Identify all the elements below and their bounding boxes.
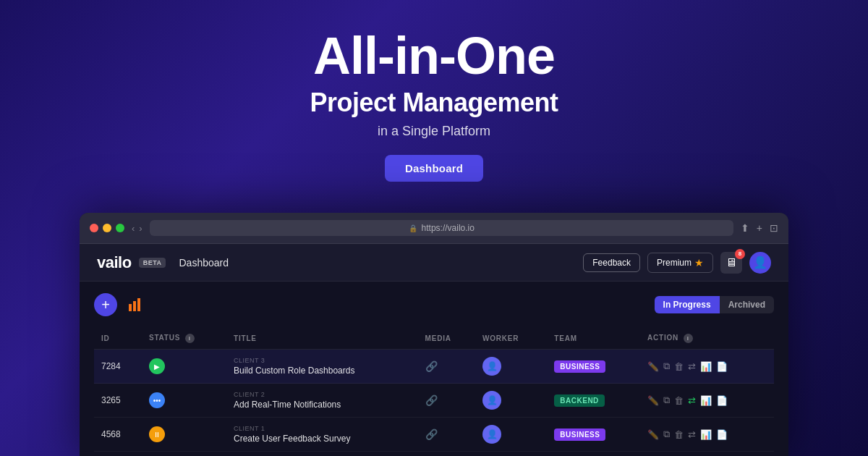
row-id: 4568 [94, 418, 142, 452]
edit-icon[interactable]: ✏️ [647, 395, 659, 406]
delete-icon[interactable]: 🗑 [674, 395, 684, 406]
chart-row-icon[interactable]: 📊 [700, 429, 712, 440]
delete-icon[interactable]: 🗑 [674, 361, 684, 372]
chart-button[interactable] [124, 293, 148, 316]
row-media: 🔗 [418, 418, 475, 452]
chart-row-icon[interactable]: 📊 [700, 361, 712, 372]
copy-icon[interactable]: ⧉ [663, 394, 670, 406]
row-media: 🔗 [418, 350, 475, 384]
table-header-row: ID STATUS i TITLE MEDIA WORKER TEAM ACTI… [94, 328, 774, 350]
move-icon[interactable]: ⇄ [688, 395, 696, 406]
dashboard-button[interactable]: Dashboard [385, 155, 483, 182]
tasks-table: ID STATUS i TITLE MEDIA WORKER TEAM ACTI… [94, 328, 774, 452]
action-info-icon: i [684, 334, 693, 343]
add-task-button[interactable]: + [94, 293, 117, 316]
minimize-button[interactable] [103, 224, 111, 232]
app-content: vailo BETA Dashboard Feedback Premium ★ … [80, 244, 788, 456]
col-action: ACTION i [640, 328, 774, 350]
row-status: ▶ [142, 350, 226, 384]
move-icon[interactable]: ⇄ [688, 361, 696, 372]
table-toolbar: + In Progress Archived [94, 293, 774, 316]
status-dots-icon: ••• [149, 392, 165, 408]
col-team: TEAM [547, 328, 640, 350]
traffic-lights [90, 224, 124, 232]
status-play-icon: ▶ [149, 358, 165, 374]
row-team: BUSINESS [547, 350, 640, 384]
add-tab-icon[interactable]: + [757, 222, 762, 234]
table-area: + In Progress Archived [80, 282, 788, 456]
user-avatar-button[interactable]: 👤 [749, 252, 771, 274]
browser-window: ‹ › 🔒 https://vailo.io ⬆ + ⊡ vailo BETA … [80, 213, 788, 456]
edit-icon[interactable]: ✏️ [647, 429, 659, 440]
app-header-actions: Feedback Premium ★ 🖥 8 👤 [583, 252, 771, 274]
row-status: ⏸ [142, 418, 226, 452]
delete-icon[interactable]: 🗑 [674, 429, 684, 440]
premium-label: Premium [657, 258, 692, 268]
notification-badge: 8 [735, 249, 745, 259]
table-row: 4568 ⏸ CLIENT 1 Create User Feedback Sur… [94, 418, 774, 452]
maximize-button[interactable] [116, 224, 124, 232]
svg-rect-2 [137, 298, 140, 311]
address-bar[interactable]: 🔒 https://vailo.io [150, 220, 733, 236]
row-title: CLIENT 2 Add Real-Time Notifications [226, 384, 418, 418]
action-icons: ✏️ ⧉ 🗑 ⇄ 📊 📄 [647, 360, 767, 372]
lock-icon: 🔒 [409, 224, 417, 232]
col-title: TITLE [226, 328, 418, 350]
user-icon: 👤 [753, 256, 767, 269]
notifications-icon: 🖥 [726, 256, 737, 269]
filter-tabs: In Progress Archived [655, 296, 774, 313]
share-icon[interactable]: ⬆ [741, 222, 749, 234]
row-worker: 👤 [475, 350, 547, 384]
notifications-button[interactable]: 🖥 8 [720, 252, 742, 274]
row-team: BUSINESS [547, 418, 640, 452]
doc-icon[interactable]: 📄 [716, 395, 728, 406]
svg-rect-1 [133, 301, 136, 311]
hero-tagline: in a Single Platform [378, 124, 490, 139]
in-progress-tab[interactable]: In Progress [655, 296, 720, 313]
worker-avatar: 👤 [482, 425, 501, 444]
row-action: ✏️ ⧉ 🗑 ⇄ 📊 📄 [640, 418, 774, 452]
more-icon[interactable]: ⊡ [770, 222, 778, 234]
doc-icon[interactable]: 📄 [716, 429, 728, 440]
link-icon[interactable]: 🔗 [425, 394, 438, 406]
table-row: 3265 ••• CLIENT 2 Add Real-Time Notifica… [94, 384, 774, 418]
row-action: ✏️ ⧉ 🗑 ⇄ 📊 📄 [640, 384, 774, 418]
hero-subtitle: Project Management [310, 88, 558, 118]
link-icon[interactable]: 🔗 [425, 360, 438, 372]
app-header: vailo BETA Dashboard Feedback Premium ★ … [80, 244, 788, 282]
browser-actions: ⬆ + ⊡ [741, 222, 778, 234]
row-team: BACKEND [547, 384, 640, 418]
doc-icon[interactable]: 📄 [716, 361, 728, 372]
premium-button[interactable]: Premium ★ [647, 253, 713, 273]
move-icon[interactable]: ⇄ [688, 429, 696, 440]
back-icon[interactable]: ‹ [132, 223, 135, 234]
app-logo-section: vailo BETA Dashboard [97, 253, 229, 272]
copy-icon[interactable]: ⧉ [663, 360, 670, 372]
toolbar-left: + [94, 293, 148, 316]
hero-title: All-in-One [313, 28, 555, 85]
action-icons: ✏️ ⧉ 🗑 ⇄ 📊 📄 [647, 428, 767, 440]
archived-tab[interactable]: Archived [720, 296, 774, 313]
forward-icon[interactable]: › [139, 223, 142, 234]
browser-chrome: ‹ › 🔒 https://vailo.io ⬆ + ⊡ [80, 213, 788, 244]
col-status: STATUS i [142, 328, 226, 350]
feedback-button[interactable]: Feedback [583, 253, 640, 272]
worker-avatar: 👤 [482, 357, 501, 376]
status-pause-icon: ⏸ [149, 426, 165, 442]
row-media: 🔗 [418, 384, 475, 418]
browser-controls: ‹ › [132, 223, 142, 234]
row-title: CLIENT 1 Create User Feedback Survey [226, 418, 418, 452]
row-title: CLIENT 3 Build Custom Role Dashboards [226, 350, 418, 384]
close-button[interactable] [90, 224, 98, 232]
edit-icon[interactable]: ✏️ [647, 361, 659, 372]
col-media: MEDIA [418, 328, 475, 350]
row-worker: 👤 [475, 384, 547, 418]
chart-row-icon[interactable]: 📊 [700, 395, 712, 406]
row-worker: 👤 [475, 418, 547, 452]
col-worker: WORKER [475, 328, 547, 350]
copy-icon[interactable]: ⧉ [663, 428, 670, 440]
worker-avatar: 👤 [482, 391, 501, 410]
hero-section: All-in-One Project Management in a Singl… [310, 0, 558, 182]
row-action: ✏️ ⧉ 🗑 ⇄ 📊 📄 [640, 350, 774, 384]
link-icon[interactable]: 🔗 [425, 428, 438, 440]
